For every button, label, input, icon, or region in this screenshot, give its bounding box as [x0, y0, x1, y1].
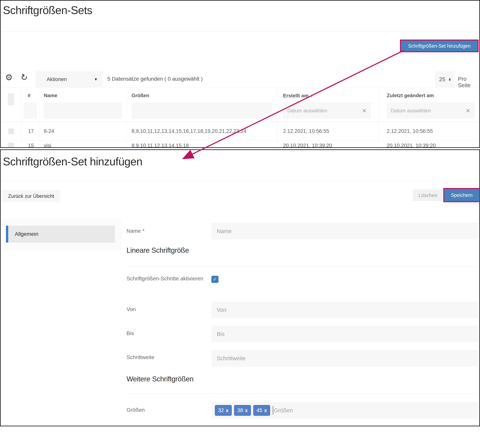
cell-modified: 20.10.2021, 10:39:20: [378, 141, 480, 148]
remove-tag-icon[interactable]: x: [264, 408, 267, 413]
table-header: # Name Größen Erstellt am↓ Datum auswähl…: [0, 87, 480, 122]
name-input-placeholder: Name: [217, 228, 232, 235]
cell-name: 8-24: [39, 122, 126, 140]
modified-date-placeholder: Datum auswählen: [391, 108, 431, 114]
size-tag-value: 38: [237, 407, 243, 413]
schrittweite-input-placeholder: Schrittweite: [217, 355, 246, 362]
name-filter-input[interactable]: [44, 103, 122, 119]
bis-field-label: Bis: [127, 329, 207, 337]
settings-gear-icon[interactable]: ⚙: [5, 73, 13, 82]
detail-panel: Schriftgrößen-Set hinzufügen Zurück zur …: [0, 149, 480, 426]
schrittweite-field-label: Schrittweite: [127, 353, 207, 361]
column-name-label[interactable]: Name: [44, 92, 57, 99]
name-field-label: Name *: [127, 227, 207, 235]
column-modified: Zuletzt geändert am Datum auswählen ✕: [378, 88, 480, 122]
page-title: Schriftgrößen-Sets: [3, 4, 92, 16]
row-checkbox[interactable]: [8, 143, 14, 148]
size-tag[interactable]: 32 x: [215, 405, 232, 416]
select-all-checkbox[interactable]: [8, 93, 14, 105]
cell-name: visi: [39, 141, 126, 148]
name-input[interactable]: Name: [212, 223, 479, 240]
cell-modified: 2.12.2021, 10:56:55: [378, 122, 480, 140]
column-created: Erstellt am↓ Datum auswählen ✕: [277, 88, 378, 122]
save-button[interactable]: Speichern: [444, 189, 479, 201]
bis-input-placeholder: Bis: [217, 331, 225, 337]
bis-input[interactable]: Bis: [212, 326, 479, 342]
per-page-select[interactable]: 25 ▲ ▼: [435, 71, 454, 87]
table-row[interactable]: 15 visi 8,9,10,11,12,13,14,15,18 20.10.2…: [0, 141, 480, 148]
sizes-field-label: Größen: [127, 406, 207, 414]
stepper-icon: ▲ ▼: [448, 78, 451, 81]
refresh-icon[interactable]: ↻: [20, 72, 28, 82]
cell-created: 20.10.2021, 10:39:20: [277, 141, 378, 148]
size-tag-value: 32: [218, 407, 224, 413]
sidebar-item-label: Allgemein: [15, 231, 38, 237]
sizes-filter-input[interactable]: [132, 103, 272, 119]
size-tag[interactable]: 38 x: [234, 405, 251, 416]
text-cursor: [273, 406, 273, 415]
steps-checkbox-label: Schriftgrößen-Schritte aktivieren: [127, 274, 207, 283]
size-tag[interactable]: 45 x: [253, 405, 270, 416]
clear-date-icon[interactable]: ✕: [362, 107, 367, 114]
sidebar-item-allgemein[interactable]: Allgemein: [6, 226, 115, 242]
row-checkbox[interactable]: [8, 128, 14, 134]
id-filter-input[interactable]: [24, 103, 37, 119]
cell-sizes: 8,9,10,11,12,13,14,15,16,17,18,19,20,21,…: [126, 122, 277, 140]
column-name: Name: [39, 88, 126, 122]
clear-date-icon[interactable]: ✕: [466, 107, 470, 114]
column-created-label[interactable]: Erstellt am↓: [283, 92, 313, 99]
actions-dropdown[interactable]: Aktionen ▼: [35, 71, 103, 87]
sizes-tag-input[interactable]: 32 x 38 x 45 x Größen: [212, 402, 479, 419]
cell-id: 15: [22, 141, 39, 148]
listing-toolbar: ⚙ ↻ Aktionen ▼ 5 Datensätze gefunden ( 0…: [0, 71, 480, 87]
chevron-down-icon: ▼: [94, 77, 98, 82]
remove-tag-icon[interactable]: x: [226, 408, 228, 413]
size-tag-value: 45: [256, 407, 262, 413]
save-button-highlight: Speichern: [443, 188, 480, 202]
detail-page-title: Schriftgrößen-Set hinzufügen: [3, 155, 142, 168]
column-id: #: [22, 88, 39, 122]
check-icon: ✓: [213, 276, 217, 282]
von-input[interactable]: Von: [212, 302, 479, 318]
modified-date-filter[interactable]: Datum auswählen ✕: [387, 103, 475, 119]
column-modified-label[interactable]: Zuletzt geändert am: [387, 92, 434, 99]
created-date-filter[interactable]: Datum auswählen ✕: [283, 103, 371, 119]
table-row[interactable]: 17 8-24 8,9,10,11,12,13,14,15,16,17,18,1…: [0, 122, 480, 141]
sizes-input-placeholder: Größen: [274, 407, 293, 414]
delete-button[interactable]: Löschen: [413, 189, 443, 201]
section-linear-heading: Lineare Schriftgröße: [127, 246, 189, 255]
cell-sizes: 8,9,10,11,12,13,14,15,18: [126, 141, 277, 148]
active-accent-bar: [6, 226, 8, 242]
add-button-highlight: Schriftgrößen-Set hinzufügen: [400, 40, 479, 52]
column-sizes-label[interactable]: Größen: [132, 92, 149, 99]
steps-checkbox[interactable]: ✓: [212, 276, 219, 283]
form-sidebar: Allgemein: [2, 219, 121, 250]
listing-panel: Schriftgrößen-Sets Schriftgrößen-Set hin…: [0, 0, 480, 148]
add-fontsize-set-button[interactable]: Schriftgrößen-Set hinzufügen: [401, 41, 478, 51]
schrittweite-input[interactable]: Schrittweite: [212, 350, 479, 367]
detail-header-divider: [0, 181, 480, 181]
cell-created: 2.12.2021, 10:56:55: [277, 122, 378, 140]
back-to-overview-button[interactable]: Zurück zur Übersicht: [2, 190, 60, 202]
column-sizes: Größen: [126, 88, 277, 122]
column-id-label[interactable]: #: [28, 92, 30, 99]
created-date-placeholder: Datum auswählen: [287, 108, 327, 114]
cell-id: 17: [22, 122, 39, 140]
von-field-label: Von: [127, 305, 207, 313]
per-page-label: Pro Seite: [458, 76, 480, 89]
section-divider: [127, 393, 479, 394]
sort-desc-icon: ↓: [311, 92, 313, 99]
von-input-placeholder: Von: [217, 307, 226, 313]
actions-dropdown-label: Aktionen: [47, 76, 67, 82]
remove-tag-icon[interactable]: x: [245, 408, 248, 413]
per-page-value: 25: [439, 76, 445, 83]
section-more-heading: Weitere Schriftgrößen: [127, 375, 194, 383]
results-count-text: 5 Datensätze gefunden ( 0 ausgewählt ): [107, 76, 203, 82]
